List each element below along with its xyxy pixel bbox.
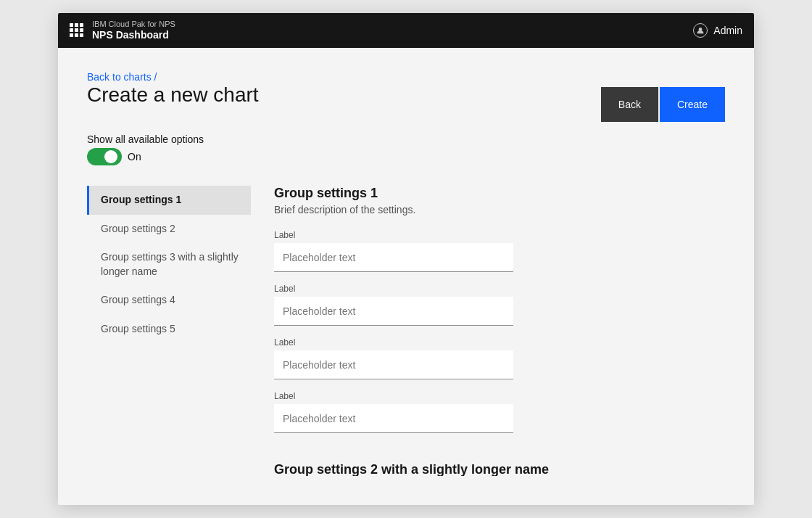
admin-label: Admin [713,25,742,36]
breadcrumb[interactable]: Back to charts / [87,71,157,83]
page-title: Create a new chart [87,83,259,107]
sidebar-item-group3[interactable]: Group settings 3 with a slightly longer … [87,243,251,286]
toggle-row: Show all available options On [87,133,725,165]
app-window: IBM Cloud Pak for NPS NPS Dashboard Admi… [58,13,754,505]
page-header-row: Create a new chart Back Create [87,83,725,122]
section2-title: Group settings 2 with a slightly longer … [274,462,725,476]
sidebar-item-group2[interactable]: Group settings 2 [87,215,251,244]
user-menu[interactable]: Admin [693,23,742,38]
show-all-label: Show all available options [87,133,204,145]
main-layout: Group settings 1 Group settings 2 Group … [87,186,725,476]
field-group-1-4: Label [274,391,725,433]
field-label-1-2: Label [274,284,725,294]
header-actions: Back Create [601,87,725,122]
section-group1: Group settings 1 Brief description of th… [274,186,725,433]
app-title-block: IBM Cloud Pak for NPS NPS Dashboard [92,20,175,41]
show-all-toggle-wrapper: Show all available options On [87,133,204,165]
field-label-1-3: Label [274,337,725,348]
field-label-1-4: Label [274,391,725,401]
sidebar: Group settings 1 Group settings 2 Group … [87,186,251,476]
create-button[interactable]: Create [660,87,725,122]
content-area: Group settings 1 Brief description of th… [251,186,725,476]
page-content: Back to charts / Create a new chart Back… [58,48,754,505]
field-group-1-3: Label [274,337,725,379]
field-group-1-1: Label [274,230,725,272]
toggle-state-label: On [128,151,141,163]
grid-menu-icon[interactable] [70,23,83,37]
section1-title: Group settings 1 [274,186,725,201]
field-input-1-2[interactable] [274,297,513,326]
app-title: NPS Dashboard [92,29,175,41]
nav-left: IBM Cloud Pak for NPS NPS Dashboard [70,20,175,41]
field-input-1-1[interactable] [274,243,513,272]
field-label-1-1: Label [274,230,725,240]
field-input-1-3[interactable] [274,350,513,379]
sidebar-item-group4[interactable]: Group settings 4 [87,286,251,315]
section1-desc: Brief description of the settings. [274,204,725,215]
top-navigation: IBM Cloud Pak for NPS NPS Dashboard Admi… [58,13,754,48]
app-subtitle: IBM Cloud Pak for NPS [92,20,175,29]
back-button[interactable]: Back [601,87,658,122]
user-avatar-icon [693,23,708,38]
section-group2: Group settings 2 with a slightly longer … [274,462,725,476]
sidebar-item-group1[interactable]: Group settings 1 [87,186,251,215]
field-group-1-2: Label [274,284,725,326]
toggle-switch[interactable] [87,148,122,165]
field-input-1-4[interactable] [274,404,513,433]
sidebar-item-group5[interactable]: Group settings 5 [87,315,251,344]
